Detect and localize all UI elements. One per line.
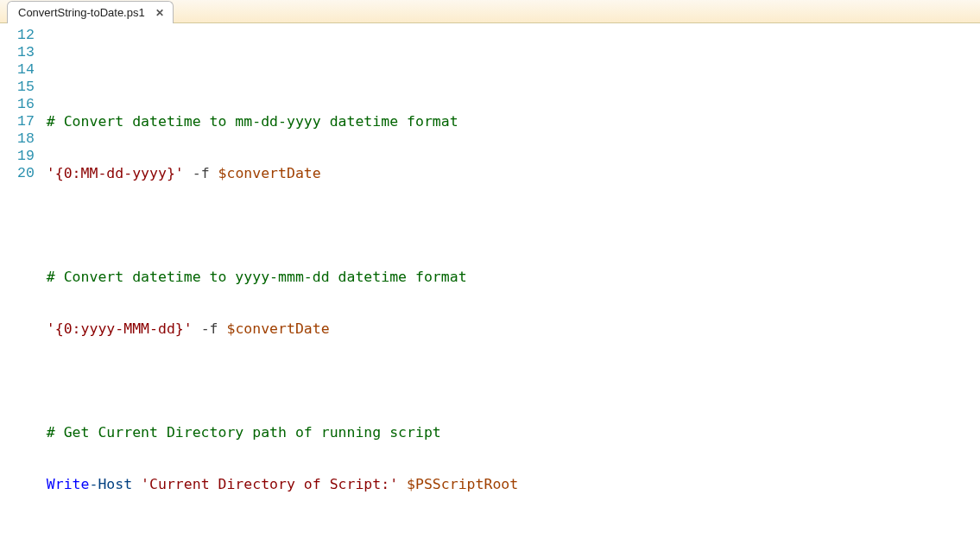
file-tab[interactable]: ConvertString-toDate.ps1 ✕ [7,1,174,23]
close-icon[interactable]: ✕ [154,7,166,19]
line-number: 18 [17,130,35,148]
line-number: 13 [17,44,35,61]
operator: -f [193,320,227,337]
code-line: # Convert datetime to yyyy-mmm-dd dateti… [47,269,518,286]
line-number: 20 [17,165,35,182]
string-literal: 'Current Directory of Script:' [141,476,398,492]
variable: $convertDate [226,320,329,337]
comment: # Get Current Directory path of running … [47,424,441,441]
code-line [47,372,518,390]
cmdlet: -Host [89,476,141,492]
cmdlet: Write [47,476,90,492]
ide-window: ConvertString-toDate.ps1 ✕ 12 13 14 15 1… [0,0,980,558]
code-line: # Convert datetime to mm-dd-yyyy datetim… [47,113,518,130]
code-line: '{0:MM-dd-yyyy}' -f $convertDate [47,165,518,182]
code-line [47,217,518,234]
line-number-gutter: 12 13 14 15 16 17 18 19 20 [0,27,47,528]
comment: # Convert datetime to yyyy-mmm-dd dateti… [47,269,467,285]
line-number: 14 [17,61,35,79]
line-number: 16 [17,96,35,113]
string-literal: '{0:MM-dd-yyyy}' [47,165,184,181]
tab-bar: ConvertString-toDate.ps1 ✕ [0,0,980,23]
code-line: # Get Current Directory path of running … [47,424,518,441]
tab-title: ConvertString-toDate.ps1 [18,6,145,19]
code-line: Write-Host 'Current Directory of Script:… [47,476,518,493]
code-area[interactable]: # Convert datetime to mm-dd-yyyy datetim… [47,27,518,528]
code-editor[interactable]: 12 13 14 15 16 17 18 19 20 # Convert dat… [0,23,980,558]
line-number: 17 [17,113,35,130]
string-literal: '{0:yyyy-MMM-dd}' [47,320,193,337]
code-line: '{0:yyyy-MMM-dd}' -f $convertDate [47,320,518,338]
code-line [47,61,518,79]
space [398,476,407,492]
line-number: 15 [17,79,35,96]
comment: # Convert datetime to mm-dd-yyyy datetim… [47,113,458,130]
operator: -f [184,165,218,181]
variable: $PSScriptRoot [407,476,518,492]
line-number: 12 [17,27,35,44]
line-number: 19 [17,148,35,165]
variable: $convertDate [218,165,321,181]
